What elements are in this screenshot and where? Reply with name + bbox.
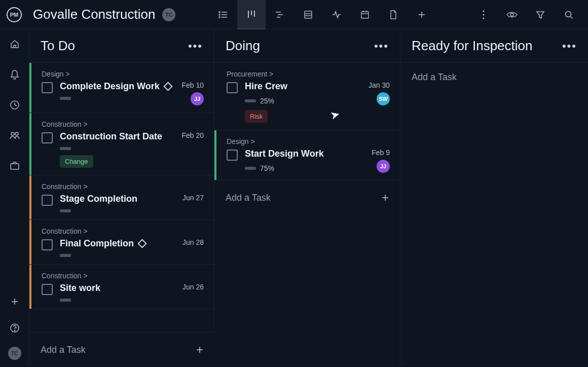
task-title: Site work [60,283,100,293]
assignee-avatar[interactable]: JJ [377,160,390,173]
assignee-avatar[interactable]: SW [377,92,390,105]
svg-point-24 [510,13,513,16]
progress-bar [245,99,256,102]
more-menu-icon[interactable] [469,0,498,29]
column-title: Doing [226,38,260,54]
svg-rect-31 [11,164,19,169]
task-checkbox[interactable] [227,82,238,93]
sheet-view-icon[interactable] [294,0,322,29]
watch-icon[interactable] [498,0,526,29]
filter-icon[interactable] [526,0,555,29]
add-task-button[interactable]: Add a Task + [29,332,214,367]
progress-bar [60,97,71,100]
calendar-view-icon[interactable] [351,0,379,29]
task-title: Start Design Work [245,149,324,159]
svg-point-30 [15,132,18,135]
task-breadcrumb[interactable]: Design > [227,137,390,145]
task-card[interactable]: Procurement >Hire Crew25%RiskJan 30SW [214,63,400,130]
task-card[interactable]: Design >Complete Design WorkFeb 10JJ [29,63,214,113]
add-item-icon[interactable] [7,294,22,309]
user-avatar[interactable]: TC [8,347,21,360]
task-title: Construction Start Date [60,131,162,142]
task-title: Complete Design Work [60,81,160,92]
svg-point-5 [219,17,220,18]
progress-bar [245,167,256,170]
column-menu-icon[interactable]: ••• [188,40,203,53]
task-breadcrumb[interactable]: Design > [42,70,204,78]
task-date: Jun 27 [182,194,204,202]
progress-bar [60,147,71,150]
svg-point-26 [566,11,571,17]
svg-point-23 [483,17,484,19]
svg-marker-25 [537,12,544,18]
app-logo[interactable]: PM [7,7,22,22]
svg-line-27 [571,16,573,18]
task-title: Hire Crew [245,81,287,92]
plus-icon: + [196,343,203,357]
task-checkbox[interactable] [42,239,53,250]
svg-point-3 [219,12,220,13]
progress-bar [60,209,71,212]
task-checkbox[interactable] [42,195,53,206]
task-date: Feb 10 [181,81,204,89]
team-icon[interactable] [7,128,22,143]
task-breadcrumb[interactable]: Construction > [42,227,204,235]
board-view-icon[interactable] [237,0,266,29]
add-task-button[interactable]: Add a Task+ [214,180,400,215]
svg-point-4 [219,14,220,15]
file-view-icon[interactable] [379,0,408,29]
status-stripe [29,113,31,175]
task-date: Feb 9 [372,149,390,157]
gantt-view-icon[interactable] [266,0,294,29]
svg-rect-12 [305,11,312,18]
assignee-avatar[interactable]: JJ [191,92,204,105]
task-date: Jun 26 [182,283,204,291]
status-stripe [29,63,31,113]
status-stripe [29,265,31,309]
task-breadcrumb[interactable]: Construction > [42,120,204,128]
project-owner-avatar[interactable]: TC [162,8,175,21]
task-checkbox[interactable] [42,82,53,93]
task-tag[interactable]: Change [60,155,93,168]
activity-view-icon[interactable] [322,0,351,29]
svg-rect-15 [361,12,369,18]
add-task-label: Add a Task [226,193,271,203]
task-breadcrumb[interactable]: Procurement > [227,70,390,78]
milestone-icon [163,82,172,91]
task-card[interactable]: Construction >Construction Start DateCha… [29,113,214,175]
task-checkbox[interactable] [42,284,53,295]
svg-point-21 [483,10,484,12]
search-icon[interactable] [555,0,583,29]
task-card[interactable]: Design >Start Design Work75%Feb 9JJ [214,130,400,180]
progress-text: 25% [260,97,274,105]
task-checkbox[interactable] [227,150,238,161]
add-view-icon[interactable] [408,0,436,29]
notifications-icon[interactable] [7,67,22,82]
column-menu-icon[interactable]: ••• [374,40,389,53]
progress-bar [60,254,71,257]
task-breadcrumb[interactable]: Construction > [42,272,204,280]
help-icon[interactable] [7,320,22,336]
task-title: Final Completion [60,238,134,249]
task-card[interactable]: Construction >Stage CompletionJun 27 [29,175,214,220]
progress-text: 75% [260,164,274,172]
recent-icon[interactable] [7,97,22,113]
task-date: Jan 30 [369,81,390,89]
column-title: To Do [41,38,75,54]
task-date: Jun 28 [182,238,204,246]
list-view-icon[interactable] [209,0,237,29]
task-card[interactable]: Construction >Site workJun 26 [29,265,214,309]
status-stripe [214,130,216,180]
task-tag[interactable]: Risk [245,110,268,123]
column-menu-icon[interactable]: ••• [562,40,577,53]
task-checkbox[interactable] [42,132,53,143]
add-task-button[interactable]: Add a Task [400,63,588,92]
home-icon[interactable] [7,36,22,52]
task-breadcrumb[interactable]: Construction > [42,182,204,191]
svg-point-29 [11,132,14,135]
status-stripe [29,220,31,264]
portfolio-icon[interactable] [7,158,22,173]
project-title: Govalle Construction [33,7,155,22]
task-card[interactable]: Construction >Final CompletionJun 28 [29,220,214,265]
column-title: Ready for Inspection [412,38,532,54]
